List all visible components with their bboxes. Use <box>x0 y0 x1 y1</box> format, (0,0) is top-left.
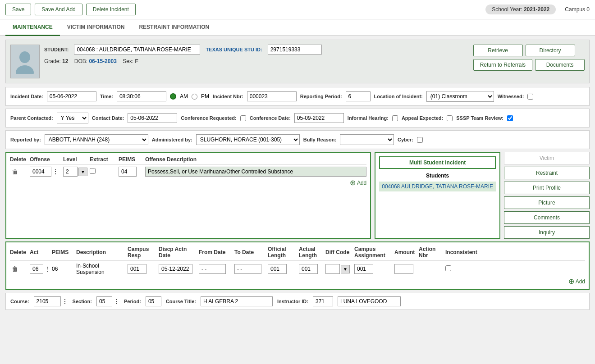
offense-code-input[interactable] <box>30 167 51 177</box>
svg-point-0 <box>19 51 30 63</box>
incident-nbr-label: Incident Nbr: <box>213 94 243 99</box>
section-input[interactable] <box>96 296 112 306</box>
administered-by-select[interactable]: SLUGHORN, HORACE (001-305) <box>196 134 300 145</box>
offense-add-link[interactable]: ⊕ Add <box>10 178 366 187</box>
reporting-period-input[interactable] <box>346 91 371 101</box>
action-table-row: 🗑 ⋮ 06 In-SchoolSuspension <box>10 263 585 275</box>
action-delete-icon[interactable]: 🗑 <box>10 264 20 274</box>
delete-incident-button[interactable]: Delete Incident <box>86 4 136 15</box>
am-radio-selected[interactable] <box>170 93 176 100</box>
incident-time-input[interactable] <box>117 91 166 101</box>
inquiry-button[interactable]: Inquiry <box>504 226 590 239</box>
act-discp-date-input[interactable] <box>159 264 192 274</box>
appeal-expected-checkbox[interactable] <box>447 115 453 121</box>
offense-panel: Delete Offense Level Extract PEIMS Offen… <box>5 152 371 239</box>
documents-button[interactable]: Documents <box>535 59 585 71</box>
retrieve-button[interactable]: Retrieve <box>473 45 523 56</box>
informal-hearing-checkbox[interactable] <box>392 115 398 121</box>
offense-level-input[interactable] <box>63 167 78 177</box>
print-profile-button[interactable]: Print Profile <box>504 182 590 194</box>
act-actual-length-input[interactable] <box>299 264 318 274</box>
bully-reason-select[interactable] <box>340 134 394 145</box>
student-avatar <box>10 45 40 78</box>
cyber-checkbox[interactable] <box>417 137 423 143</box>
act-col-from-date: From Date <box>199 249 233 255</box>
contact-form: Parent Contacted: Y Yes Contact Date: Co… <box>5 109 590 127</box>
plus-icon: ⊕ <box>350 178 356 187</box>
offense-table-row: 🗑 ⋮ ▼ <box>10 167 366 177</box>
comments-button[interactable]: Comments <box>504 211 590 224</box>
act-amount-input[interactable] <box>394 264 413 274</box>
course-menu-icon[interactable]: ⋮ <box>62 298 68 305</box>
school-year-label: School Year: <box>492 6 522 13</box>
incident-nbr-input[interactable] <box>247 91 297 101</box>
appeal-expected-label: Appeal Expected: <box>402 115 443 121</box>
incident-date-input[interactable] <box>47 91 96 101</box>
sssp-label: SSSP Team Review: <box>456 115 503 121</box>
pm-radio[interactable] <box>192 94 197 100</box>
offense-delete-icon[interactable]: 🗑 <box>10 167 20 177</box>
picture-button[interactable]: Picture <box>504 196 590 209</box>
act-code-input[interactable] <box>30 264 43 274</box>
conference-date-input[interactable] <box>294 113 344 123</box>
campus-label: Campus 0 <box>565 6 590 13</box>
period-input[interactable] <box>146 296 161 306</box>
contact-date-input[interactable] <box>128 113 177 123</box>
tx-uid-input[interactable] <box>268 45 322 55</box>
victim-side-button[interactable]: Victim <box>504 152 590 164</box>
section-menu-icon[interactable]: ⋮ <box>113 298 119 305</box>
restraint-side-button[interactable]: Restraint <box>504 167 590 179</box>
offense-level-dropdown[interactable]: ▼ <box>78 168 87 176</box>
main-content: STUDENT: TEXAS UNIQUE STU ID: Grade: 12 … <box>0 36 595 314</box>
instructor-id-input[interactable] <box>313 296 333 306</box>
location-select[interactable]: (01) Classroom <box>426 91 494 102</box>
reported-by-select[interactable]: ABBOTT, HANNAH (248) <box>45 134 148 145</box>
save-button[interactable]: Save <box>5 4 31 15</box>
offense-table-header: Delete Offense Level Extract PEIMS Offen… <box>10 156 366 165</box>
tab-restraint-information[interactable]: RESTRAINT INFORMATION <box>132 19 216 36</box>
act-inconsistent-checkbox[interactable] <box>445 265 451 271</box>
administered-by-label: Administered by: <box>152 137 192 142</box>
contact-row: Parent Contacted: Y Yes Contact Date: Co… <box>10 113 585 123</box>
act-campus-resp-input[interactable] <box>128 264 146 274</box>
dob-label: DOB: <box>74 58 87 64</box>
course-title-input[interactable] <box>201 296 273 306</box>
action-add-link[interactable]: ⊕ Add <box>10 277 585 286</box>
conference-requested-checkbox[interactable] <box>240 115 246 121</box>
directory-button[interactable]: Directory <box>526 45 575 56</box>
act-col-campus-resp: Campus Resp <box>128 246 157 259</box>
tab-maintenance[interactable]: MAINTENANCE <box>5 19 60 36</box>
course-label: Course: <box>10 299 29 304</box>
act-to-date-input[interactable] <box>234 264 261 274</box>
school-year-pill: School Year: 2021-2022 <box>485 5 556 14</box>
act-col-actual-length: Actual Length <box>299 246 324 259</box>
student-name-input[interactable] <box>74 45 200 55</box>
instructor-name-input[interactable] <box>338 296 401 306</box>
student-link[interactable]: 004068 AULDRIDGE, TATIANA ROSE-MARIE <box>379 182 496 191</box>
sex-label: Sex: <box>123 58 133 64</box>
incident-row: Incident Date: Time: AM PM Incident Nbr:… <box>10 91 585 102</box>
act-col-description: Description <box>76 249 126 255</box>
parent-contacted-select[interactable]: Y Yes <box>57 113 88 123</box>
act-menu-icon[interactable]: ⋮ <box>44 265 50 273</box>
action-section: Delete Act PEIMS Description Campus Resp… <box>5 241 590 290</box>
act-col-delete: Delete <box>10 249 28 255</box>
sssp-checkbox[interactable] <box>507 115 513 121</box>
witnessed-checkbox[interactable] <box>527 94 533 100</box>
act-official-length-input[interactable] <box>268 264 287 274</box>
act-campus-assignment-input[interactable] <box>354 264 373 274</box>
course-input[interactable] <box>34 296 61 306</box>
act-from-date-input[interactable] <box>199 264 226 274</box>
act-diff-code-input[interactable] <box>325 264 340 274</box>
act-diff-code-dropdown[interactable]: ▼ <box>341 265 350 273</box>
multi-student-button[interactable]: Multi Student Incident <box>379 156 496 169</box>
offense-extract-checkbox[interactable] <box>90 168 96 174</box>
tab-victim-information[interactable]: VICTIM INFORMATION <box>60 19 132 36</box>
offense-description-input[interactable] <box>145 167 366 177</box>
offense-code-menu-icon[interactable]: ⋮ <box>52 168 59 175</box>
return-referrals-button[interactable]: Return to Referrals <box>473 59 532 71</box>
save-add-button[interactable]: Save And Add <box>35 4 82 15</box>
offense-peims-input[interactable] <box>119 167 137 177</box>
act-col-act: Act <box>30 249 50 255</box>
top-bar: Save Save And Add Delete Incident School… <box>0 0 595 19</box>
